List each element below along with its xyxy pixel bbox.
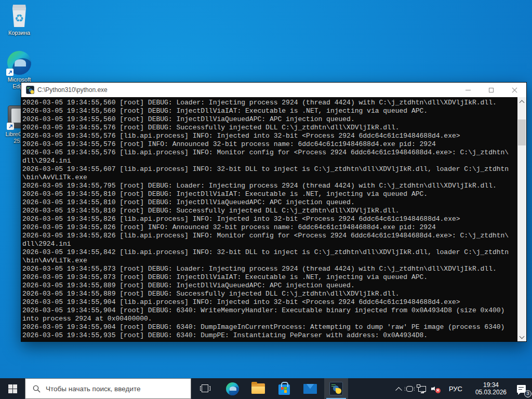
scrollbar-track[interactable]	[517, 106, 526, 332]
mute-badge-icon: ✕	[435, 388, 441, 393]
scrollbar[interactable]	[517, 97, 526, 341]
tray-volume-button[interactable]: ✕	[429, 378, 442, 399]
notification-badge: 3	[524, 390, 531, 397]
window-title: C:\Python310\python.exe	[37, 86, 456, 94]
tray-expand-button[interactable]	[394, 378, 404, 399]
console-line: 2026-03-05 19:34:55,935 [root] DEBUG: 63…	[22, 331, 517, 340]
windows-logo-icon	[8, 384, 17, 393]
scroll-down-icon[interactable]	[517, 332, 526, 341]
edge-icon	[7, 51, 31, 75]
minimize-icon	[466, 90, 471, 90]
console-line: 2026-03-05 19:34:55,873 [root] DEBUG: Lo…	[22, 265, 517, 273]
python-console-icon	[329, 382, 343, 395]
console-line: 2026-03-05 19:34:55,576 [lib.api.process…	[22, 132, 517, 140]
console-line: 2026-03-05 19:34:55,810 [root] DEBUG: In…	[22, 198, 517, 207]
language-label: РУС	[445, 385, 467, 393]
scroll-up-icon[interactable]	[517, 97, 526, 106]
console-line: 2026-03-05 19:34:55,560 [root] DEBUG: In…	[22, 115, 517, 124]
mail-icon	[303, 384, 317, 394]
search-input[interactable]	[46, 385, 170, 393]
edge-icon	[226, 382, 239, 395]
console-line: 2026-03-05 19:34:55,576 [root] INFO: Ann…	[22, 140, 517, 149]
console-line: 2026-03-05 19:34:55,576 [root] DEBUG: Su…	[22, 124, 517, 132]
microsoft-store-icon	[278, 384, 290, 395]
console-line: 2026-03-05 19:34:55,810 [root] DEBUG: Su…	[22, 207, 517, 215]
tray-device-button[interactable]	[404, 378, 416, 399]
shortcut-arrow-icon	[6, 69, 14, 76]
console-line: 2026-03-05 19:34:55,904 [root] DEBUG: 63…	[22, 323, 517, 331]
console-line: into process 2924 at 0x00400000.	[22, 315, 517, 323]
volume-muted-icon: ✕	[431, 385, 440, 392]
clock[interactable]: 19:34 05.03.2026	[469, 378, 513, 399]
svg-text:♻: ♻	[15, 12, 24, 24]
console-line: 2026-03-05 19:34:55,607 [lib.api.process…	[22, 165, 517, 174]
clock-date: 05.03.2026	[475, 389, 507, 396]
task-view-icon	[200, 384, 210, 393]
task-view-button[interactable]	[193, 378, 217, 399]
chevron-up-icon	[395, 387, 402, 393]
shortcut-arrow-icon	[7, 123, 14, 130]
console-titlebar[interactable]: C:\Python310\python.exe	[21, 83, 526, 97]
start-button[interactable]	[0, 378, 25, 399]
console-line: 2026-03-05 19:34:55,826 [lib.api.process…	[22, 215, 517, 223]
console-line: 2026-03-05 19:34:55,889 [root] DEBUG: Su…	[22, 290, 517, 298]
recycle-bin-icon: ♻	[9, 3, 30, 28]
tray-network-button[interactable]	[416, 378, 429, 399]
console-window: C:\Python310\python.exe 2026-03-05 19:34…	[21, 82, 527, 342]
search-icon	[33, 385, 41, 393]
close-icon	[512, 87, 517, 93]
console-line: 2026-03-05 19:34:55,842 [lib.api.process…	[22, 248, 517, 257]
close-button[interactable]	[503, 83, 526, 97]
console-line: dll\2924.ini	[22, 240, 517, 248]
console-line: 2026-03-05 19:34:55,795 [root] DEBUG: Lo…	[22, 182, 517, 190]
console-line: 2026-03-05 19:34:55,560 [root] DEBUG: In…	[22, 107, 517, 115]
taskbar: ✕ РУС 19:34 05.03.2026 3	[0, 378, 532, 399]
taskbar-edge-button[interactable]	[220, 378, 244, 399]
taskbar-mail-button[interactable]	[298, 378, 322, 399]
desktop: ♻ Корзина Microsoft Edge LibreOffice 25.…	[0, 0, 532, 399]
console-output: 2026-03-05 19:34:55,560 [root] DEBUG: Lo…	[21, 97, 517, 341]
file-explorer-icon	[251, 383, 265, 394]
console-line: 2026-03-05 19:34:55,826 [root] INFO: Ann…	[22, 223, 517, 232]
network-icon	[418, 386, 426, 392]
console-line: 2026-03-05 19:34:55,873 [root] DEBUG: In…	[22, 273, 517, 282]
scrollbar-thumb[interactable]	[518, 119, 526, 145]
taskbar-store-button[interactable]	[272, 378, 296, 399]
console-line: 2026-03-05 19:34:55,560 [root] DEBUG: Lo…	[22, 99, 517, 107]
minimize-button[interactable]	[456, 83, 480, 97]
taskbar-explorer-button[interactable]	[246, 378, 270, 399]
console-line: dll\2924.ini	[22, 157, 517, 165]
taskbar-python-button[interactable]	[324, 378, 348, 399]
language-indicator[interactable]: РУС	[442, 378, 469, 399]
console-line: 2026-03-05 19:34:55,889 [root] DEBUG: In…	[22, 282, 517, 290]
clock-time: 19:34	[475, 381, 507, 389]
console-line: \bin\AvVLiTk.exe	[22, 257, 517, 265]
desktop-icon-recycle-bin[interactable]: ♻ Корзина	[0, 3, 38, 36]
console-line: 2026-03-05 19:34:55,576 [lib.api.process…	[22, 149, 517, 157]
taskbar-search[interactable]	[25, 378, 191, 399]
console-line: 2026-03-05 19:34:55,826 [lib.api.process…	[22, 232, 517, 240]
console-line: 2026-03-05 19:34:55,904 [lib.api.process…	[22, 298, 517, 307]
console-body: 2026-03-05 19:34:55,560 [root] DEBUG: Lo…	[21, 97, 526, 341]
python-console-icon	[26, 86, 34, 94]
maximize-icon	[489, 88, 494, 92]
recycle-bin-label: Корзина	[0, 30, 38, 36]
device-icon	[406, 386, 413, 392]
action-center-button[interactable]: 3	[513, 378, 532, 399]
console-line: 2026-03-05 19:34:55,904 [root] DEBUG: 63…	[22, 307, 517, 315]
console-line: \bin\AvVLiTk.exe	[22, 174, 517, 182]
system-tray: ✕ РУС 19:34 05.03.2026 3	[394, 378, 532, 399]
maximize-button[interactable]	[480, 83, 503, 97]
console-line: 2026-03-05 19:34:55,810 [root] DEBUG: In…	[22, 190, 517, 198]
